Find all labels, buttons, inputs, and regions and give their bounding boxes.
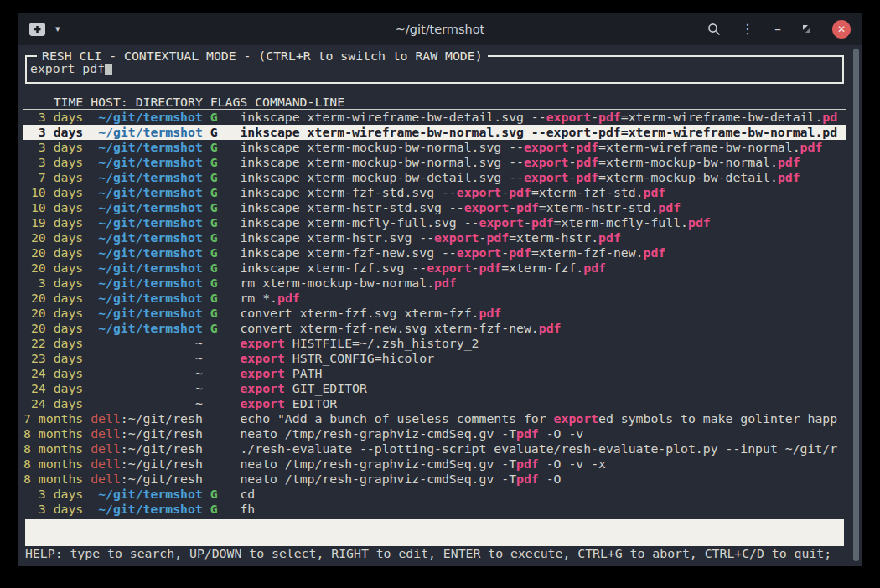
row-time: 10 days	[23, 200, 83, 214]
history-row[interactable]: 10 days ~/git/termshot G inkscape xterm-…	[23, 185, 846, 200]
row-time: 24 days	[23, 381, 83, 395]
row-flags	[210, 472, 218, 486]
history-row[interactable]: 24 days ~ export GIT_EDITOR	[23, 381, 846, 396]
history-row[interactable]: 20 days ~/git/termshot G convert xterm-f…	[23, 321, 846, 336]
row-command: neato /tmp/resh-graphviz-cmdSeq.gv -Tpdf…	[240, 472, 561, 486]
history-row[interactable]: 3 days ~/git/termshot G rm xterm-mockup-…	[23, 276, 846, 291]
history-row[interactable]: 3 days ~/git/termshot G inkscape xterm-m…	[23, 155, 846, 170]
row-directory: ~/git/termshot	[98, 260, 203, 275]
row-directory: ~/git/termshot	[98, 230, 203, 245]
row-command: rm *.pdf	[240, 291, 299, 305]
new-tab-button[interactable]	[29, 23, 45, 36]
row-command: inkscape xterm-fzf-new.svg --export-pdf=…	[240, 245, 665, 260]
row-host: dell	[91, 472, 121, 486]
row-command: convert xterm-fzf-new.svg xterm-fzf-new.…	[240, 321, 561, 335]
row-flags: G	[210, 140, 218, 154]
row-flags	[210, 411, 218, 426]
scrollbar[interactable]	[853, 49, 859, 561]
row-flags: G	[210, 245, 218, 260]
row-time: 20 days	[23, 291, 83, 305]
row-command: export HSTR_CONFIG=hicolor	[240, 351, 434, 365]
row-time: 3 days	[23, 110, 83, 124]
selected-command-statusbar: 2020-05-07 17:17:28 tower:~/git/termshot…	[25, 519, 844, 546]
history-row[interactable]: 3 days ~/git/termshot G inkscape xterm-w…	[23, 110, 846, 125]
history-rows: 3 days ~/git/termshot G inkscape xterm-w…	[23, 110, 846, 517]
row-command: export HISTFILE=~/.zsh_history_2	[240, 336, 479, 350]
close-button[interactable]: ✕	[832, 20, 851, 39]
row-command: export GIT_EDITOR	[240, 381, 366, 395]
row-directory: ~	[195, 381, 203, 395]
row-time: 7 months	[23, 411, 83, 426]
row-directory: ~/git/termshot	[98, 140, 203, 154]
row-time: 3 days	[23, 276, 83, 290]
search-icon	[707, 23, 721, 36]
row-command: fh	[240, 502, 255, 516]
window-title: ~/git/termshot	[396, 23, 485, 36]
history-row[interactable]: 8 months dell:~/git/resh neato /tmp/resh…	[23, 426, 846, 441]
row-time: 8 months	[23, 441, 83, 456]
row-command: cd	[240, 487, 255, 501]
history-row[interactable]: 19 days ~/git/termshot G inkscape xterm-…	[23, 215, 846, 230]
table-header: TIME HOST: DIRECTORY FLAGS COMMAND-LINE	[23, 95, 846, 110]
row-directory: :~/git/resh	[121, 441, 203, 456]
row-directory: :~/git/resh	[121, 472, 203, 486]
history-row[interactable]: 3 days ~/git/termshot G inkscape xterm-m…	[23, 140, 846, 155]
history-row[interactable]: 20 days ~/git/termshot G inkscape xterm-…	[23, 260, 846, 276]
row-flags: G	[210, 110, 218, 124]
resh-search-panel: RESH CLI - CONTEXTUAL MODE - (CTRL+R to …	[25, 55, 844, 84]
row-command: neato /tmp/resh-graphviz-cmdSeq.gv -Tpdf…	[240, 426, 583, 441]
row-directory: ~	[195, 336, 203, 350]
row-time: 24 days	[23, 396, 83, 410]
row-directory: :~/git/resh	[121, 456, 203, 471]
history-row[interactable]: 3 days ~/git/termshot G inkscape xterm-w…	[23, 125, 846, 140]
row-flags: G	[210, 321, 218, 335]
history-row[interactable]: 7 days ~/git/termshot G inkscape xterm-m…	[23, 170, 846, 185]
row-directory: ~/git/termshot	[98, 502, 203, 516]
minimize-button[interactable]: –	[774, 25, 781, 34]
history-row[interactable]: 8 months dell:~/git/resh neato /tmp/resh…	[23, 472, 846, 487]
text-cursor	[105, 62, 112, 75]
history-row[interactable]: 24 days ~ export PATH	[23, 366, 846, 381]
search-button[interactable]	[707, 23, 721, 36]
history-row[interactable]: 8 months dell:~/git/resh neato /tmp/resh…	[23, 456, 846, 472]
history-row[interactable]: 22 days ~ export HISTFILE=~/.zsh_history…	[23, 336, 846, 351]
history-row[interactable]: 20 days ~/git/termshot G convert xterm-f…	[23, 306, 846, 321]
restore-button[interactable]	[801, 23, 812, 34]
row-time: 8 months	[23, 426, 83, 441]
tab-menu-button[interactable]: ▾	[55, 23, 60, 34]
close-icon: ✕	[837, 23, 846, 35]
row-time: 8 months	[23, 456, 83, 471]
history-row[interactable]: 20 days ~/git/termshot G inkscape xterm-…	[23, 245, 846, 260]
history-row[interactable]: 20 days ~/git/termshot G inkscape xterm-…	[23, 230, 846, 245]
row-directory: ~/git/termshot	[98, 245, 203, 260]
row-flags: G	[210, 155, 218, 169]
row-command: inkscape xterm-mcfly-full.svg --export-p…	[240, 215, 710, 230]
row-flags: G	[210, 487, 218, 501]
history-row[interactable]: 8 months dell:~/git/resh ./resh-evaluate…	[23, 441, 846, 456]
row-command: inkscape xterm-hstr.svg --export-pdf=xte…	[240, 230, 620, 245]
row-command: inkscape xterm-hstr-std.svg --export-pdf…	[240, 200, 681, 214]
history-row[interactable]: 23 days ~ export HSTR_CONFIG=hicolor	[23, 351, 846, 366]
row-time: 19 days	[23, 215, 83, 230]
row-flags: G	[210, 306, 218, 320]
row-time: 20 days	[23, 321, 83, 335]
new-tab-plus-icon	[29, 23, 45, 36]
row-command: export EDITOR	[240, 396, 337, 410]
history-row[interactable]: 3 days ~/git/termshot G cd	[23, 487, 846, 502]
row-directory: ~/git/termshot	[98, 170, 203, 184]
history-row[interactable]: 7 months dell:~/git/resh echo "Add a bun…	[23, 411, 846, 426]
history-row[interactable]: 10 days ~/git/termshot G inkscape xterm-…	[23, 200, 846, 215]
history-row[interactable]: 3 days ~/git/termshot G fh	[23, 502, 846, 517]
row-directory: ~/git/termshot	[98, 125, 203, 139]
row-directory: ~/git/termshot	[98, 276, 203, 290]
restore-icon	[801, 23, 812, 34]
menu-button[interactable]: ⋮	[741, 21, 754, 37]
history-row[interactable]: 24 days ~ export EDITOR	[23, 396, 846, 411]
row-directory: ~/git/termshot	[98, 215, 203, 230]
row-directory: ~/git/termshot	[98, 306, 203, 320]
history-row[interactable]: 20 days ~/git/termshot G rm *.pdf	[23, 291, 846, 306]
row-flags	[210, 336, 218, 350]
row-command: echo "Add a bunch of useless comments fo…	[240, 411, 837, 426]
panel-legend: RESH CLI - CONTEXTUAL MODE - (CTRL+R to …	[37, 49, 488, 64]
row-directory: ~/git/termshot	[98, 110, 203, 124]
